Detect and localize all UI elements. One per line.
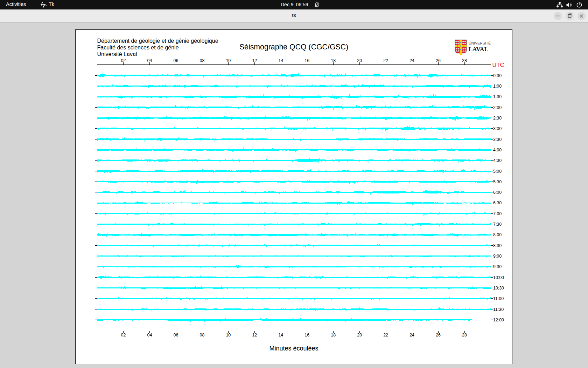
svg-text:3:30: 3:30 bbox=[493, 137, 502, 142]
svg-text:26: 26 bbox=[436, 333, 441, 338]
svg-text:1:30: 1:30 bbox=[493, 94, 502, 99]
svg-text:08: 08 bbox=[200, 58, 205, 63]
svg-text:06: 06 bbox=[174, 58, 178, 63]
svg-text:06: 06 bbox=[174, 333, 178, 338]
svg-text:Minutes écoulées: Minutes écoulées bbox=[269, 345, 318, 352]
svg-text:10:30: 10:30 bbox=[493, 286, 504, 291]
svg-text:9:30: 9:30 bbox=[493, 264, 502, 269]
svg-text:11:30: 11:30 bbox=[493, 307, 504, 312]
svg-text:11:00: 11:00 bbox=[493, 296, 504, 301]
svg-text:04: 04 bbox=[147, 58, 152, 63]
svg-text:1:00: 1:00 bbox=[493, 84, 502, 89]
svg-text:0:30: 0:30 bbox=[493, 73, 502, 78]
svg-text:7:30: 7:30 bbox=[493, 222, 502, 227]
svg-text:20: 20 bbox=[357, 58, 362, 63]
svg-text:5:30: 5:30 bbox=[493, 179, 502, 184]
svg-text:28: 28 bbox=[462, 58, 467, 63]
svg-text:4:00: 4:00 bbox=[493, 148, 502, 152]
svg-text:LAVAL: LAVAL bbox=[469, 46, 489, 53]
svg-text:24: 24 bbox=[410, 333, 414, 338]
svg-text:2:30: 2:30 bbox=[493, 116, 502, 121]
svg-text:10: 10 bbox=[226, 58, 231, 63]
svg-text:Faculté des sciences et de gén: Faculté des sciences et de génie bbox=[97, 45, 179, 50]
svg-text:14: 14 bbox=[278, 58, 283, 63]
svg-text:22: 22 bbox=[383, 58, 388, 63]
svg-text:7:00: 7:00 bbox=[493, 211, 502, 216]
svg-text:Université Laval: Université Laval bbox=[97, 51, 137, 57]
svg-text:26: 26 bbox=[436, 58, 441, 63]
svg-text:20: 20 bbox=[357, 333, 362, 338]
svg-text:3:00: 3:00 bbox=[493, 126, 502, 131]
svg-text:24: 24 bbox=[410, 58, 414, 63]
svg-text:02: 02 bbox=[121, 333, 126, 338]
svg-text:Séismographe QCQ (CGC/GSC): Séismographe QCQ (CGC/GSC) bbox=[239, 43, 348, 51]
svg-text:2:00: 2:00 bbox=[493, 105, 502, 110]
svg-text:14: 14 bbox=[278, 333, 283, 338]
svg-text:28: 28 bbox=[462, 333, 467, 338]
svg-text:18: 18 bbox=[331, 58, 336, 63]
svg-text:22: 22 bbox=[383, 333, 388, 338]
svg-text:4:30: 4:30 bbox=[493, 158, 502, 163]
svg-text:16: 16 bbox=[304, 58, 309, 63]
svg-text:8:00: 8:00 bbox=[493, 232, 502, 237]
svg-text:6:30: 6:30 bbox=[493, 200, 502, 205]
svg-text:5:00: 5:00 bbox=[493, 169, 502, 174]
svg-text:Département de géologie et de: Département de géologie et de génie géol… bbox=[97, 38, 218, 44]
svg-text:12: 12 bbox=[252, 58, 257, 63]
svg-text:02: 02 bbox=[121, 58, 126, 63]
svg-text:10: 10 bbox=[226, 333, 231, 338]
svg-text:18: 18 bbox=[331, 333, 336, 338]
svg-text:10:00: 10:00 bbox=[493, 275, 504, 280]
svg-text:UNIVERSITÉ: UNIVERSITÉ bbox=[469, 41, 491, 45]
svg-text:8:30: 8:30 bbox=[493, 243, 502, 248]
svg-text:UTC: UTC bbox=[492, 62, 504, 68]
svg-text:16: 16 bbox=[304, 333, 309, 338]
svg-text:08: 08 bbox=[200, 333, 205, 338]
svg-text:12:00: 12:00 bbox=[493, 318, 504, 322]
svg-text:04: 04 bbox=[147, 333, 152, 338]
svg-text:6:00: 6:00 bbox=[493, 190, 502, 195]
svg-text:9:00: 9:00 bbox=[493, 254, 502, 259]
svg-text:12: 12 bbox=[252, 333, 257, 338]
